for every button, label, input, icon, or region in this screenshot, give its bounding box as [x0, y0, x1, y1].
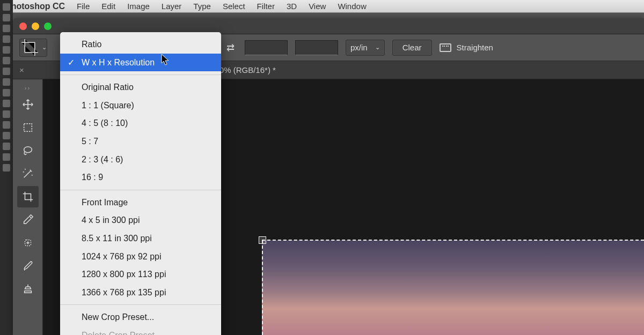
ruler-icon	[440, 43, 451, 52]
checkmark-icon: ✓	[68, 56, 75, 70]
clear-button[interactable]: Clear	[392, 40, 432, 56]
menu-file[interactable]: File	[77, 2, 90, 11]
minimize-button[interactable]	[32, 23, 39, 30]
menu-layer[interactable]: Layer	[162, 2, 182, 11]
dropdown-item[interactable]: 4 x 5 in 300 ppi	[60, 211, 221, 229]
dropdown-item: Delete Crop Preset...	[60, 326, 221, 335]
magic-wand-tool[interactable]	[17, 163, 39, 184]
svg-point-1	[24, 147, 32, 153]
menu-window[interactable]: Window	[338, 2, 366, 11]
dropdown-item-label: 1 : 1 (Square)	[82, 101, 134, 110]
dropdown-item[interactable]: Ratio	[60, 35, 221, 54]
panel-collapse-handle[interactable]: ››	[13, 85, 42, 92]
chevron-down-icon: ⌄	[375, 44, 380, 51]
menu-filter[interactable]: Filter	[257, 2, 275, 11]
dropdown-item-label: Front Image	[82, 198, 128, 207]
crop-tool-preset-button[interactable]: ⌄	[19, 39, 47, 57]
resolution-input[interactable]	[295, 40, 338, 55]
height-input[interactable]	[245, 40, 288, 55]
eyedropper-tool[interactable]	[17, 209, 39, 230]
menubar: Photoshop CC File Edit Image Layer Type …	[0, 0, 644, 13]
dropdown-item[interactable]: 1280 x 800 px 113 ppi	[60, 265, 221, 284]
dropdown-item-label: Ratio	[82, 40, 101, 49]
unit-label: px/in	[350, 43, 368, 52]
resolution-unit-select[interactable]: px/in ⌄	[346, 40, 385, 56]
healing-brush-tool[interactable]	[17, 232, 39, 254]
dropdown-item[interactable]: 16 : 9	[60, 168, 221, 187]
dropdown-item[interactable]: 1024 x 768 px 92 ppi	[60, 248, 221, 266]
dropdown-item-label: 1280 x 800 px 113 ppi	[82, 270, 166, 279]
crop-boundary-top[interactable]	[262, 240, 644, 241]
clone-stamp-tool[interactable]	[17, 278, 39, 300]
dropdown-item-label: New Crop Preset...	[82, 312, 154, 322]
menu-edit[interactable]: Edit	[101, 2, 115, 11]
dropdown-item-label: 2 : 3 (4 : 6)	[82, 155, 123, 164]
dropdown-item-label: 4 x 5 in 300 ppi	[82, 215, 140, 225]
dropdown-item[interactable]: New Crop Preset...	[60, 308, 221, 326]
dropdown-item-label: 1024 x 768 px 92 ppi	[82, 252, 162, 261]
mouse-cursor	[161, 54, 171, 69]
image-content	[262, 240, 644, 335]
dropdown-item[interactable]: Original Ratio	[60, 78, 221, 96]
dropdown-item-label: Original Ratio	[82, 83, 134, 92]
app-name[interactable]: Photoshop CC	[5, 2, 65, 11]
dropdown-item-label: 5 : 7	[82, 137, 98, 146]
dropdown-item-label: 16 : 9	[82, 173, 103, 182]
menu-3d[interactable]: 3D	[287, 2, 297, 11]
marquee-tool[interactable]	[17, 117, 39, 138]
svg-rect-0	[24, 124, 32, 132]
dropdown-item[interactable]: 1 : 1 (Square)	[60, 96, 221, 115]
dropdown-item-label: W x H x Resolution	[82, 58, 155, 67]
dropdown-item[interactable]: 1366 x 768 px 135 ppi	[60, 284, 221, 302]
menu-image[interactable]: Image	[127, 2, 150, 11]
dropdown-item-label: Delete Crop Preset...	[82, 331, 162, 335]
dropdown-item-label: 1366 x 768 px 135 ppi	[82, 288, 166, 297]
menu-select[interactable]: Select	[223, 2, 245, 11]
chevron-down-icon: ⌄	[42, 44, 47, 51]
dropdown-item-label: 8.5 x 11 in 300 ppi	[82, 234, 152, 243]
tab-close-button[interactable]: ×	[17, 65, 26, 75]
dropdown-item[interactable]: ✓W x H x Resolution	[60, 54, 221, 72]
dropdown-item[interactable]: 4 : 5 (8 : 10)	[60, 114, 221, 132]
dropdown-item[interactable]: 8.5 x 11 in 300 ppi	[60, 229, 221, 248]
move-tool[interactable]	[17, 94, 39, 115]
menu-view[interactable]: View	[309, 2, 326, 11]
crop-boundary-left[interactable]	[262, 240, 263, 335]
desktop-left-strip	[0, 0, 13, 335]
brush-tool[interactable]	[17, 255, 39, 277]
dropdown-item[interactable]: Front Image	[60, 193, 221, 212]
dropdown-item-label: 4 : 5 (8 : 10)	[82, 118, 128, 128]
close-button[interactable]	[19, 23, 27, 30]
zoom-button[interactable]	[44, 23, 52, 30]
lasso-tool[interactable]	[17, 140, 39, 161]
swap-dimensions-button[interactable]: ⇄	[223, 41, 237, 55]
crop-tool[interactable]	[17, 186, 39, 207]
crop-ratio-dropdown: Ratio✓W x H x ResolutionOriginal Ratio1 …	[60, 32, 221, 335]
menu-type[interactable]: Type	[193, 2, 211, 11]
crop-handle-top-left[interactable]	[259, 236, 266, 244]
dropdown-item[interactable]: 2 : 3 (4 : 6)	[60, 151, 221, 169]
dropdown-item[interactable]: 5 : 7	[60, 132, 221, 151]
tool-panel: ››	[13, 79, 43, 335]
straighten-button[interactable]: Straighten	[440, 43, 493, 52]
